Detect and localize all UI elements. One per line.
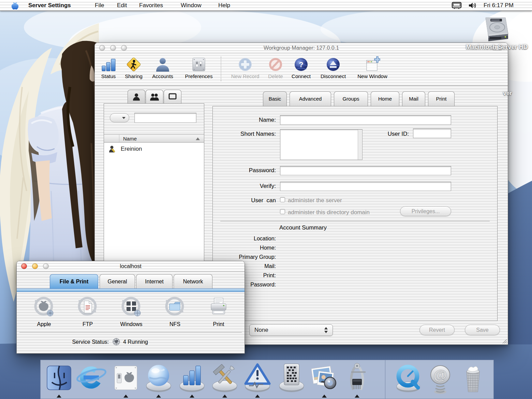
password-field[interactable] xyxy=(280,166,451,175)
tab-network[interactable]: Network xyxy=(174,274,212,289)
account-summary-title: Account Summary xyxy=(279,224,365,231)
dock-divider xyxy=(385,360,385,399)
administer-server-label: administer the server xyxy=(288,197,390,204)
localhost-titlebar[interactable]: localhost xyxy=(17,261,245,271)
name-field[interactable] xyxy=(280,115,451,125)
new-window-icon xyxy=(354,55,391,72)
toolbar-preferences-button[interactable]: Preferences xyxy=(180,55,218,79)
dock-hardware-calipers-icon[interactable] xyxy=(341,362,373,394)
dock-alert-monitor-icon[interactable] xyxy=(242,362,273,394)
dock-system-preferences-icon[interactable] xyxy=(110,362,142,394)
dock-network-globe-icon[interactable] xyxy=(143,362,174,394)
administer-server-checkbox[interactable] xyxy=(280,197,285,202)
menu-bar: Server Settings File Edit Favorites Wind… xyxy=(0,0,532,11)
sidebar-tab-computers[interactable] xyxy=(164,90,181,104)
toolbar-accounts-button[interactable]: Accounts xyxy=(144,55,181,79)
tab-mail[interactable]: Mail xyxy=(402,91,425,106)
print-service-icon[interactable] xyxy=(207,295,230,319)
user-id-field[interactable] xyxy=(413,129,451,138)
running-indicator xyxy=(57,395,61,398)
user-can-label: User can xyxy=(197,197,276,204)
tab-file-and-print[interactable]: File & Print xyxy=(50,274,98,289)
service-status-value: 4 Running xyxy=(123,339,181,345)
service-label-apple: Apple xyxy=(24,321,64,327)
menu-help[interactable]: Help xyxy=(218,0,230,11)
tab-basic[interactable]: Basic xyxy=(263,91,287,106)
divider xyxy=(19,332,242,332)
dock-mail-icon[interactable]: @ xyxy=(425,362,456,394)
chevron-down-icon xyxy=(122,117,125,119)
primary-group-label: Primary Group: xyxy=(180,254,276,260)
menu-app-name[interactable]: Server Settings xyxy=(28,0,71,11)
volume-menu-icon[interactable] xyxy=(468,2,477,9)
sidebar-tab-groups[interactable] xyxy=(146,90,163,104)
revert-button[interactable]: Revert xyxy=(419,325,455,335)
tab-print[interactable]: Print xyxy=(428,91,455,106)
menu-favorites[interactable]: Favorites xyxy=(139,0,163,11)
user-pencil-icon xyxy=(109,145,116,153)
running-indicator xyxy=(190,395,194,398)
wgm-titlebar[interactable]: Workgroup Manager: 127.0.0.1 xyxy=(95,43,508,53)
user-icon xyxy=(132,93,141,101)
dock-finder-icon[interactable] xyxy=(43,362,75,394)
verify-field[interactable] xyxy=(280,182,451,191)
apple-service-icon[interactable] xyxy=(32,295,56,319)
accounts-icon xyxy=(144,55,181,72)
administer-domain-checkbox[interactable] xyxy=(280,209,285,214)
sort-ascending-icon xyxy=(196,137,200,140)
window-title: Workgroup Manager: 127.0.0.1 xyxy=(95,43,508,53)
toolbar-separator xyxy=(221,57,221,81)
dock-internet-explorer-icon[interactable] xyxy=(76,362,107,394)
privileges-button[interactable]: Privileges... xyxy=(400,206,451,216)
sidebar-tab-users[interactable] xyxy=(128,90,145,104)
scrollbar[interactable] xyxy=(358,130,362,160)
home-label: Home: xyxy=(180,245,276,251)
dock-server-status-icon[interactable] xyxy=(176,362,208,394)
resize-grip[interactable] xyxy=(502,338,507,344)
globe-status-icon xyxy=(112,338,120,346)
disk-label-partial[interactable]: ver xyxy=(494,90,521,97)
apple-menu-icon[interactable] xyxy=(11,1,19,10)
toolbar-new-window-button[interactable]: New Window xyxy=(354,55,391,79)
dock-image-capture-icon[interactable] xyxy=(309,362,340,394)
search-scope-popup[interactable] xyxy=(110,113,129,122)
running-indicator xyxy=(355,395,359,398)
dock-admin-tools-icon[interactable] xyxy=(209,362,240,394)
save-button[interactable]: Save xyxy=(465,325,500,335)
list-item[interactable]: Ereinion xyxy=(104,144,204,154)
displays-menu-icon[interactable] xyxy=(452,2,462,9)
menu-window[interactable]: Window xyxy=(181,0,201,11)
tab-general[interactable]: General xyxy=(100,274,135,289)
search-input[interactable] xyxy=(134,113,196,123)
name-column-header[interactable]: Name xyxy=(104,134,204,143)
service-label-ftp: FTP xyxy=(67,321,108,327)
tab-home[interactable]: Home xyxy=(371,91,399,106)
tab-advanced[interactable]: Advanced xyxy=(290,91,331,106)
localhost-window: localhost File & Print General Internet … xyxy=(16,261,245,354)
menu-file[interactable]: File xyxy=(95,0,104,11)
tab-internet[interactable]: Internet xyxy=(136,274,173,289)
svg-text:@: @ xyxy=(433,367,447,382)
dock-quicktime-icon[interactable] xyxy=(393,362,424,394)
window-title: localhost xyxy=(17,261,245,271)
user-id-label: User ID: xyxy=(368,131,409,137)
toolbar-disconnect-button[interactable]: Disconnect xyxy=(314,55,352,79)
dock-process-rack-icon[interactable] xyxy=(276,362,307,394)
nfs-service-icon[interactable] xyxy=(163,295,187,319)
divider xyxy=(220,221,490,221)
menu-edit[interactable]: Edit xyxy=(117,0,127,11)
verify-label: Verify: xyxy=(197,183,276,190)
popup-arrows-icon xyxy=(324,327,328,333)
service-label-windows: Windows xyxy=(111,321,152,327)
preset-popup[interactable]: None xyxy=(249,324,333,336)
windows-service-icon[interactable] xyxy=(120,295,143,319)
tab-groups[interactable]: Groups xyxy=(334,91,368,106)
service-label-print: Print xyxy=(198,321,239,327)
ftp-service-icon[interactable] xyxy=(76,295,99,319)
service-label-nfs: NFS xyxy=(154,321,195,327)
dock-trash-icon[interactable] xyxy=(457,362,489,394)
disk-label[interactable]: Macintosh Server HD xyxy=(461,44,532,51)
short-names-field[interactable] xyxy=(280,129,363,160)
macintosh-server-hd-icon[interactable] xyxy=(482,15,510,44)
menu-clock[interactable]: Fri 6:17 PM xyxy=(484,0,514,11)
